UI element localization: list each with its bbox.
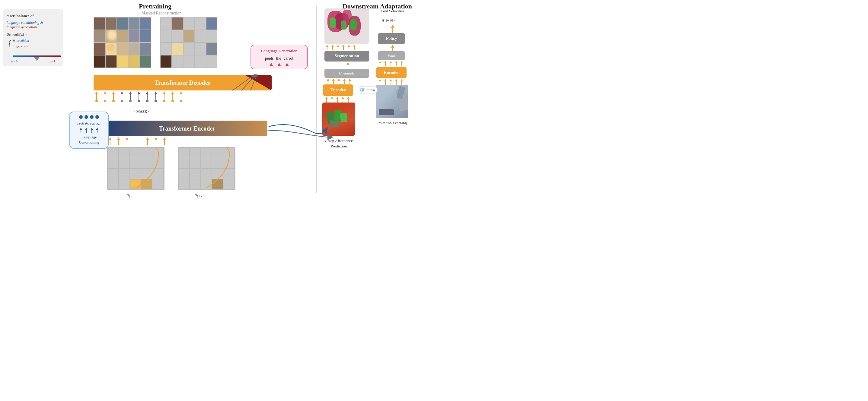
balance-pivot	[34, 57, 40, 61]
lang-cond-arrows	[73, 128, 105, 133]
grasp-affordance-label: Grasp Affordance Prediction	[320, 138, 358, 149]
obs-t-panel	[107, 147, 164, 189]
obs-tk-label: ot+k	[195, 192, 202, 199]
alpha-label: α sets	[7, 13, 17, 18]
dot1	[79, 115, 83, 119]
connection-arrow	[266, 114, 332, 139]
language-dots	[73, 115, 105, 119]
arrow-up-carrot	[285, 63, 288, 66]
alpha-zero-label: α = 0	[11, 60, 18, 63]
encoder-right-box: Encoder	[376, 67, 406, 78]
alpha-title: α sets balance of	[7, 13, 60, 19]
segmentation-box: Segmentation	[324, 51, 369, 62]
imitation-learning-label: Imitation Learning	[374, 121, 410, 126]
word-peels: peels	[265, 56, 274, 61]
pool-box: Pool	[378, 51, 405, 60]
image-panel-right	[160, 17, 217, 68]
lang-cond-text: peels the carrot...	[73, 121, 105, 126]
language-conditioning-box: peels the carrot... Language Conditionin…	[69, 111, 108, 148]
arrows-to-segmentation	[326, 45, 355, 50]
dot4	[95, 115, 99, 119]
transformer-decoder-box: Transformer Decoder	[94, 75, 272, 91]
word-carrot: carrot	[284, 56, 294, 61]
masked-reconstruction-label: Masked Reconstruction	[107, 11, 216, 16]
arrow-up-the	[278, 63, 281, 66]
arrows-to-decoder	[95, 91, 183, 102]
pretraining-title: Pretraining	[139, 2, 172, 10]
blue-text: language conditioning &	[7, 21, 60, 25]
a-hat-math: â ∈ ℝ⁹	[382, 18, 395, 23]
language-generation-box: Language Generation peels the carrot	[250, 45, 308, 69]
lang-cond-label: Language Conditioning	[73, 135, 105, 145]
alpha-explanation-box: α sets balance of language conditioning …	[3, 9, 63, 66]
red-text: language generation	[7, 25, 60, 30]
arrows-to-pool	[379, 61, 403, 66]
dot3	[90, 115, 94, 119]
robot-image	[376, 85, 408, 118]
main-container: α sets balance of language conditioning …	[0, 0, 434, 201]
arrows-to-encoder	[108, 137, 166, 145]
section-divider	[316, 6, 317, 193]
upsample-box: Upsample	[324, 69, 369, 78]
alpha-one-label: α = 1	[49, 60, 55, 63]
balance-bar: α = 0 α = 1	[7, 52, 60, 63]
arrows-to-encoder-right	[379, 79, 403, 85]
word-the: the	[276, 56, 281, 61]
lang-gen-title: Language Generation	[255, 48, 303, 54]
frozen-badge: 🧊 Frozen	[357, 86, 378, 94]
alpha-of: of	[29, 13, 33, 18]
joint-velocities-label: Joint Velocities	[380, 8, 404, 14]
lang-gen-words: peels the carrot	[255, 56, 303, 61]
obs-tk-panel	[178, 147, 236, 189]
encoder-left-box: Encoder	[323, 85, 353, 96]
alpha-bold: balance	[17, 13, 30, 18]
decoder-triangle	[245, 75, 272, 91]
obs-t-label: ot	[127, 192, 130, 199]
transformer-encoder-box: Transformer Encoder	[107, 121, 267, 136]
dot2	[85, 115, 88, 119]
bernoulli-formula: Bernoulli(α) ~ { 0 condition 1 generate	[7, 31, 60, 49]
policy-box: Policy	[378, 33, 405, 44]
lang-gen-arrows	[255, 63, 303, 66]
grasp-image	[322, 102, 355, 136]
mask-label: <MASK>	[134, 109, 149, 114]
arrow-up-peels	[270, 63, 273, 66]
arrows-to-encoder-left	[326, 97, 349, 102]
arrows-to-upsample	[327, 78, 351, 84]
arrow-to-ahat	[391, 25, 394, 33]
image-panel-left	[94, 17, 151, 68]
segmentation-image	[324, 8, 369, 44]
